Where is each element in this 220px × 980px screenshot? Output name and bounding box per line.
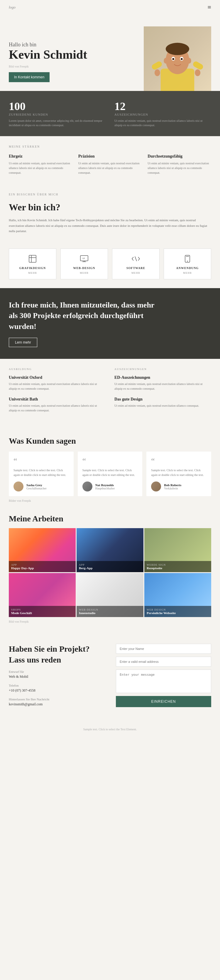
menu-icon[interactable]: ≡: [208, 3, 211, 11]
svg-point-9: [187, 58, 191, 64]
strengths-grid: Ehrgeiz Ut enim ad minim veniam, quis no…: [9, 154, 211, 175]
testimonial-card-2: “ Sample text. Click to select the text.…: [147, 452, 211, 496]
contact-section: Haben Sie ein Projekt? Lass uns reden En…: [0, 632, 220, 723]
person-image: [144, 26, 211, 91]
contact-button[interactable]: In Kontakt kommen: [9, 72, 49, 82]
learn-more-button[interactable]: Lern mehr: [9, 338, 37, 347]
edu-item-1: Universität Bath Ut enim ad minim veniam…: [9, 397, 105, 413]
skill-card-0: GRAFIKDESIGN MEHR: [9, 248, 56, 279]
portfolio-overlay-3: SHOPS Mode Geschäft: [9, 606, 76, 617]
about-title: Wer bin ich?: [9, 202, 211, 213]
portfolio-tag-5: WEB DESIGN: [147, 608, 209, 611]
hero-name: Kevin Schmidt: [9, 48, 144, 61]
portfolio-title-1: Berg-App: [79, 566, 141, 570]
edu-desc-0: Ut enim ad minim veniam, quis nostrud ex…: [9, 382, 105, 391]
portfolio-tag-2: WEBDE SIGN: [147, 563, 209, 566]
contact-info: Haben Sie ein Projekt? Lass uns reden En…: [9, 644, 104, 711]
portfolio-item-2[interactable]: WEBDE SIGN Rezeptseite: [144, 528, 211, 572]
award-desc-1: Ut enim ad minim veniam, quis nostrud ex…: [115, 403, 211, 408]
form-submit-button[interactable]: EINREICHEN: [116, 696, 211, 707]
portfolio-credit: Bild von Freepik: [9, 620, 211, 623]
portfolio-overlay-2: WEBDE SIGN Rezeptseite: [144, 561, 211, 572]
education-column: AUSBILDUNG Universität Oxford Ut enim ad…: [9, 368, 105, 419]
stat-clients-label: ZUFRIEDENE KUNDEN: [9, 113, 105, 116]
portfolio-item-1[interactable]: APP Berg-App: [77, 528, 143, 572]
form-email-input[interactable]: [116, 657, 211, 667]
edu-desc-1: Ut enim ad minim veniam, quis nostrud ex…: [9, 403, 105, 413]
testimonial-grid: “ Sample text. Click to select the text.…: [9, 452, 211, 496]
cta-text: Ich freue mich, Ihnen mitzuteilen, dass …: [9, 300, 155, 332]
portfolio-item-0[interactable]: APP Happy Day-App: [9, 528, 76, 572]
edu-title-1: Universität Bath: [9, 397, 105, 402]
portfolio-title-5: Persönliche Webseite: [147, 611, 209, 615]
portfolio-overlay-0: APP Happy Day-App: [9, 561, 76, 572]
author-role-2: Verkäuferin: [164, 487, 181, 490]
portfolio-tag-3: SHOPS: [11, 608, 73, 611]
contact-phone-value: +10 (07) 307-4558: [9, 688, 104, 693]
svg-rect-15: [196, 70, 199, 74]
portfolio-tag-1: APP: [79, 563, 141, 566]
stat-awards-desc: Ut enim ad minim veniam, quis nostrud ex…: [115, 119, 211, 127]
edu-item-0: Universität Oxford Ut enim ad minim veni…: [9, 375, 105, 391]
skill-more-0[interactable]: MEHR: [14, 271, 51, 274]
edu-title-0: Universität Oxford: [9, 375, 105, 380]
contact-type-value: Web & Mobil: [9, 675, 104, 679]
portfolio-item-3[interactable]: SHOPS Mode Geschäft: [9, 573, 76, 617]
skill-card-1: UI WEB-DESIGN MEHR: [61, 248, 108, 279]
cta-section: Ich freue mich, Ihnen mitzuteilen, dass …: [0, 288, 220, 359]
stat-clients-desc: Lorem ipsum dolor sit amet, consectetur …: [9, 119, 105, 127]
skill-icon-2: [131, 253, 141, 264]
testimonials-section: Was Kunden sagen “ Sample text. Click to…: [0, 428, 220, 511]
portfolio-item-5[interactable]: WEB DESIGN Persönliche Webseite: [144, 573, 211, 617]
skill-more-3[interactable]: MEHR: [169, 271, 206, 274]
svg-text:UI: UI: [83, 257, 85, 260]
quote-icon-1: “: [83, 456, 138, 466]
contact-phone-label: Telefon: [9, 684, 104, 687]
avatar-reynolds: [83, 482, 92, 492]
form-message-input[interactable]: [116, 670, 211, 693]
skills-grid: GRAFIKDESIGN MEHR UI WEB-DESIGN MEHR SOF…: [9, 248, 211, 279]
testimonial-card-1: “ Sample text. Click to select the text.…: [78, 452, 143, 496]
skill-more-1[interactable]: MEHR: [65, 271, 103, 274]
form-name-input[interactable]: [116, 644, 211, 654]
hero-image: [144, 26, 211, 91]
about-text: Hallo, ich bin Kevin Schmidt. Ich habe f…: [9, 218, 211, 234]
skill-more-2[interactable]: MEHR: [117, 271, 155, 274]
contact-phone-item: Telefon +10 (07) 307-4558: [9, 684, 104, 693]
avatar-grey: [13, 482, 24, 492]
awards-column: AUSZEICHNUNGEN ED-Auszeichnungen Ut enim…: [115, 368, 211, 419]
svg-line-23: [135, 256, 137, 261]
stat-clients: 100 ZUFRIEDENE KUNDEN Lorem ipsum dolor …: [9, 100, 105, 127]
author-name-0: Sasha Grey: [26, 483, 47, 487]
award-title-1: Das gute Design: [115, 397, 211, 402]
strength-item-2: Durchsetzungsfähig Ut enim ad minim veni…: [148, 154, 211, 175]
testimonials-title: Was Kunden sagen: [9, 436, 211, 446]
stat-clients-number: 100: [9, 100, 105, 113]
skill-card-3: ANWENDUNG MEHR: [164, 248, 211, 279]
edu-awards-section: AUSBILDUNG Universität Oxford Ut enim ad…: [0, 359, 220, 428]
testimonial-author-0: Sasha Grey Geschäftsmacher: [13, 482, 69, 492]
awards-label: AUSZEICHNUNGEN: [115, 368, 211, 371]
svg-point-6: [172, 58, 174, 60]
portfolio-title-2: Rezeptseite: [147, 566, 209, 570]
quote-icon-0: “: [13, 456, 69, 466]
portfolio-overlay-1: APP Berg-App: [77, 561, 143, 572]
footer: Sample text. Click to select the Text El…: [0, 723, 220, 736]
testimonial-card-0: “ Sample text. Click to select the text.…: [9, 452, 73, 496]
skill-icon-0: [27, 253, 38, 264]
svg-rect-16: [29, 255, 36, 262]
strength-item-1: Präzision Ut enim ad minim veniam, quis …: [78, 154, 142, 175]
award-item-1: Das gute Design Ut enim ad minim veniam,…: [115, 397, 211, 408]
contact-email-label: Hinterlassen Sie Ihre Nachricht: [9, 697, 104, 701]
skills-section: GRAFIKDESIGN MEHR UI WEB-DESIGN MEHR SOF…: [0, 243, 220, 288]
strength-item-0: Ehrgeiz Ut enim ad minim veniam, quis no…: [9, 154, 72, 175]
stat-awards-label: AUSZEICHNUNGEN: [115, 113, 211, 116]
testimonial-text-0: Sample text. Click to select the text. C…: [13, 468, 69, 477]
svg-rect-13: [156, 70, 159, 74]
skill-card-2: SOFTWARE MEHR: [112, 248, 159, 279]
strength-title-1: Präzision: [78, 154, 142, 159]
portfolio-item-4[interactable]: WEB-DESIGN Innenstudio: [77, 573, 143, 617]
svg-rect-11: [192, 60, 204, 71]
footer-text: Sample text. Click to select the Text El…: [9, 728, 211, 731]
testimonial-text-2: Sample text. Click to select the text. C…: [151, 468, 207, 477]
